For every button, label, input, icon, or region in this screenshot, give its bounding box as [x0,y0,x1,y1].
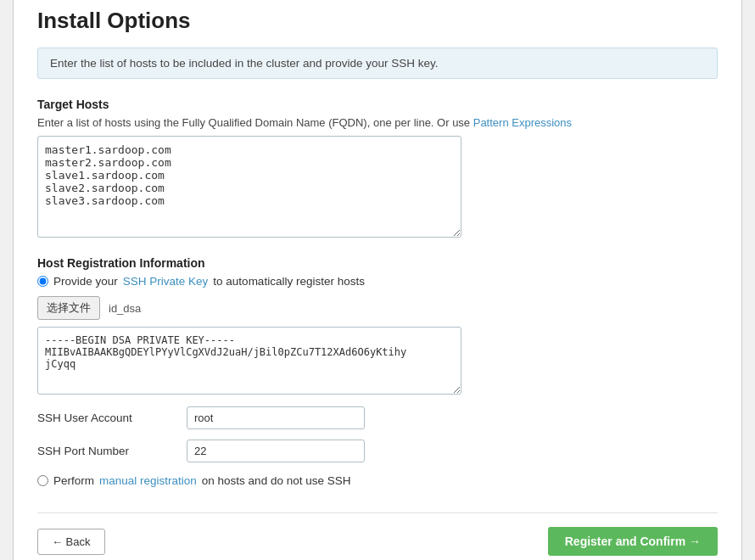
target-hosts-desc: Enter a list of hosts using the Fully Qu… [37,116,718,129]
ssh-user-label: SSH User Account [37,412,173,424]
file-name-label: id_dsa [109,302,141,315]
target-hosts-section: Target Hosts Enter a list of hosts using… [37,98,718,238]
register-confirm-button[interactable]: Register and Confirm → [548,527,718,556]
manual-label-after: on hosts and do not use SSH [202,474,351,487]
ssh-port-row: SSH Port Number [37,440,718,462]
target-hosts-title: Target Hosts [37,98,718,111]
manual-reg-radio-row: Perform manual registration on hosts and… [37,474,718,487]
page-title: Install Options [37,8,718,34]
ssh-label-after: to automatically register hosts [213,275,365,288]
hosts-textarea[interactable] [37,136,461,238]
manual-label-before: Perform [53,474,94,487]
ssh-port-input[interactable] [187,440,365,462]
ssh-user-input[interactable] [187,406,365,429]
install-options-panel: Install Options Enter the list of hosts … [13,0,742,560]
choose-file-button[interactable]: 选择文件 [37,296,100,320]
ssh-port-label: SSH Port Number [37,445,173,457]
ssh-key-radio-row: Provide your SSH Private Key to automati… [37,275,718,288]
footer: ← Back Register and Confirm → [37,512,718,556]
manual-reg-radio[interactable] [37,475,48,486]
info-banner: Enter the list of hosts to be included i… [37,48,718,79]
ssh-key-textarea[interactable] [37,327,461,395]
manual-registration-link[interactable]: manual registration [99,474,197,487]
back-button[interactable]: ← Back [37,529,105,555]
info-banner-text: Enter the list of hosts to be included i… [50,57,439,70]
pattern-expressions-link[interactable]: Pattern Expressions [473,116,572,129]
ssh-label-before: Provide your [53,275,118,288]
ssh-user-row: SSH User Account [37,406,718,429]
file-chooser-row: 选择文件 id_dsa [37,296,718,320]
host-registration-section: Host Registration Information Provide yo… [37,256,718,487]
ssh-key-radio[interactable] [37,276,48,287]
host-registration-title: Host Registration Information [37,256,718,270]
desc-text-before: Enter a list of hosts using the Fully Qu… [37,116,473,129]
ssh-private-key-link[interactable]: SSH Private Key [123,275,209,288]
